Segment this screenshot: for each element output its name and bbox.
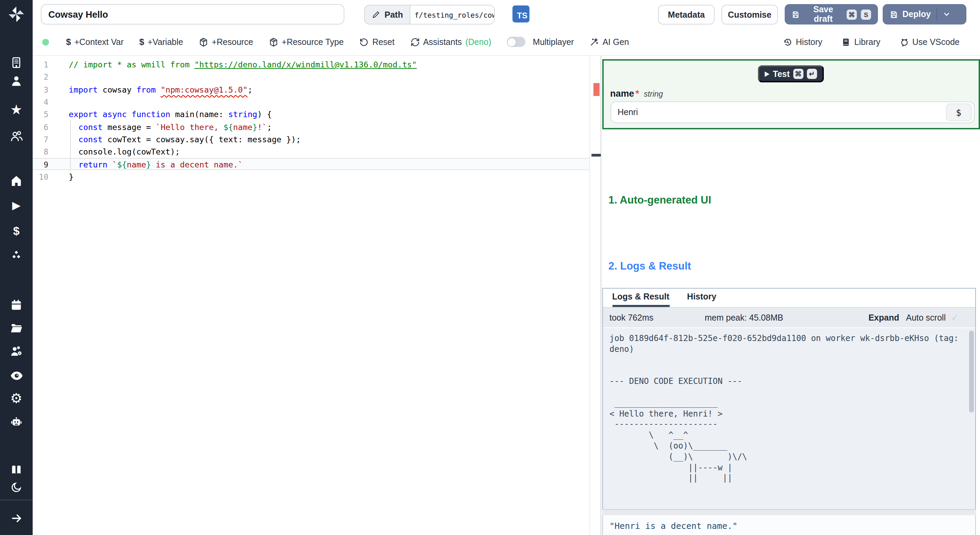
logs-result-divider[interactable] xyxy=(602,509,975,515)
library-button[interactable]: Library xyxy=(842,37,880,47)
workers-robot-icon[interactable] xyxy=(0,412,33,432)
add-resource-type-button[interactable]: +Resource Type xyxy=(269,37,344,47)
auto-generated-form: Test ⌘ ↵ name * string $ xyxy=(602,59,980,129)
multiplayer-toggle[interactable] xyxy=(507,37,525,47)
code-line[interactable]: 1// import * as wmill from "https://deno… xyxy=(33,58,590,70)
script-title-input[interactable] xyxy=(41,4,344,24)
path-value[interactable]: f/testing_roles/cowsa xyxy=(410,5,494,24)
groups-icon[interactable] xyxy=(0,126,33,146)
code-lines: 1// import * as wmill from "https://deno… xyxy=(33,58,590,183)
code-line[interactable]: 5export async function main(name: string… xyxy=(33,108,590,121)
chevron-down-icon[interactable] xyxy=(942,10,950,18)
cmd-key-badge: ⌘ xyxy=(793,69,803,79)
save-icon xyxy=(889,10,898,19)
toggle-knob xyxy=(508,38,516,46)
add-context-var-button[interactable]: $ +Context Var xyxy=(66,37,124,47)
code-line[interactable]: 10} xyxy=(33,170,590,183)
required-asterisk: * xyxy=(636,89,640,99)
resources-cubes-icon[interactable] xyxy=(0,245,33,266)
editor-toolbar-right: History Library Use VScode xyxy=(783,37,980,47)
code-line[interactable]: 3import cowsay from "npm:cowsay@1.5.0"; xyxy=(33,83,590,95)
dollar-icon: $ xyxy=(139,37,144,47)
splitter-handle[interactable] xyxy=(592,154,601,156)
logs-result-heading: 2. Logs & Result xyxy=(608,260,691,272)
logs-content[interactable]: job 0189d64f-812b-525e-f020-652bd9da1100… xyxy=(603,328,975,535)
reset-button[interactable]: Reset xyxy=(360,37,395,47)
play-icon xyxy=(765,71,769,76)
docs-book-icon[interactable] xyxy=(0,459,33,480)
refresh-icon xyxy=(410,37,420,47)
home-icon[interactable] xyxy=(0,171,33,191)
metadata-button[interactable]: Metadata xyxy=(658,5,714,24)
field-type: string xyxy=(644,90,663,98)
groups-settings-icon[interactable] xyxy=(0,341,33,361)
test-button[interactable]: Test ⌘ ↵ xyxy=(758,65,824,82)
assistants-button[interactable]: Assistants (Deno) xyxy=(410,37,491,47)
code-line[interactable]: 4 xyxy=(33,95,590,108)
wand-icon xyxy=(590,37,599,47)
settings-gear-icon[interactable]: ⚙ xyxy=(0,388,33,408)
use-vscode-button[interactable]: Use VScode xyxy=(899,37,959,47)
code-line[interactable]: 7 const cowText = cowsay.say({ text: mes… xyxy=(33,133,590,145)
scrollbar-thumb[interactable] xyxy=(969,331,974,412)
code-line[interactable]: 9 return `${name} is a decent name.` xyxy=(33,158,590,170)
deploy-label: Deploy xyxy=(902,10,931,19)
editor-toolbar: $ +Context Var $ +Variable +Resource +Re… xyxy=(33,29,980,56)
schedules-calendar-icon[interactable] xyxy=(0,295,33,315)
collapse-arrow-right-icon[interactable] xyxy=(0,508,33,528)
windmill-script-editor: ★ ▶ $ xyxy=(0,0,980,535)
add-variable-button[interactable]: $ +Variable xyxy=(139,37,183,47)
s-key-badge: S xyxy=(861,9,871,19)
history-icon xyxy=(783,37,792,47)
run-panel: Test ⌘ ↵ name * string $ 1. Auto-generat… xyxy=(601,56,980,535)
tab-logs-result[interactable]: Logs & Result xyxy=(612,292,669,307)
error-marker xyxy=(593,83,600,96)
save-draft-button[interactable]: Save draft ⌘ S xyxy=(785,4,878,24)
dark-mode-moon-icon[interactable] xyxy=(0,477,33,498)
field-name: name xyxy=(610,89,634,99)
code-line[interactable]: 2 xyxy=(33,70,590,83)
package-icon xyxy=(269,37,278,47)
path-label: Path xyxy=(365,5,410,24)
assistants-lang: (Deno) xyxy=(465,37,491,47)
audit-eye-icon[interactable] xyxy=(0,365,33,385)
customise-button[interactable]: Customise xyxy=(721,5,778,24)
topbar: Path f/testing_roles/cowsa TS Metadata C… xyxy=(33,0,980,29)
indent-guide xyxy=(70,121,71,171)
test-label: Test xyxy=(773,69,790,79)
path-field[interactable]: Path f/testing_roles/cowsa xyxy=(364,5,495,24)
editor-overview-ruler xyxy=(589,56,590,535)
check-icon[interactable]: ✓ xyxy=(951,312,959,323)
deploy-button[interactable]: Deploy xyxy=(883,4,966,24)
tab-history[interactable]: History xyxy=(687,292,716,307)
sidebar-divider xyxy=(0,500,33,500)
package-icon xyxy=(199,37,208,47)
windmill-logo-icon[interactable] xyxy=(0,4,33,24)
result-box[interactable]: "Henri is a decent name." xyxy=(602,515,975,535)
history-button[interactable]: History xyxy=(783,37,822,47)
ai-gen-button[interactable]: AI Gen xyxy=(590,37,629,47)
code-line[interactable]: 8 console.log(cowText); xyxy=(33,145,590,158)
expand-button[interactable]: Expand xyxy=(869,313,899,322)
name-input[interactable] xyxy=(611,108,946,117)
add-resource-button[interactable]: +Resource xyxy=(199,37,253,47)
run-status-row: took 762ms mem peak: 45.08MB Expand Auto… xyxy=(603,307,975,327)
cmd-key-badge: ⌘ xyxy=(846,9,857,19)
field-label-row: name * string xyxy=(610,89,663,99)
variables-dollar-icon[interactable]: $ xyxy=(0,221,33,241)
favorites-star-icon[interactable]: ★ xyxy=(0,99,33,120)
logs-tabs: Logs & Result History xyxy=(603,288,975,307)
insert-variable-button[interactable]: $ xyxy=(946,103,972,121)
runs-play-icon[interactable]: ▶ xyxy=(0,195,33,216)
autoscroll-label[interactable]: Auto scroll xyxy=(906,313,946,322)
folders-icon[interactable] xyxy=(0,318,33,338)
logs-result-box: Logs & Result History took 762ms mem pea… xyxy=(602,288,975,535)
auto-generated-ui-heading: 1. Auto-generated UI xyxy=(608,194,711,206)
save-icon xyxy=(791,10,800,19)
code-line[interactable]: 6 const message = `Hello there, ${name}!… xyxy=(33,120,590,133)
code-editor[interactable]: 1// import * as wmill from "https://deno… xyxy=(33,56,590,535)
workspace-building-icon[interactable] xyxy=(0,53,33,73)
sync-status-dot xyxy=(42,38,49,45)
user-icon[interactable] xyxy=(0,71,33,91)
editor-toolbar-left: $ +Context Var $ +Variable +Resource +Re… xyxy=(33,37,629,47)
